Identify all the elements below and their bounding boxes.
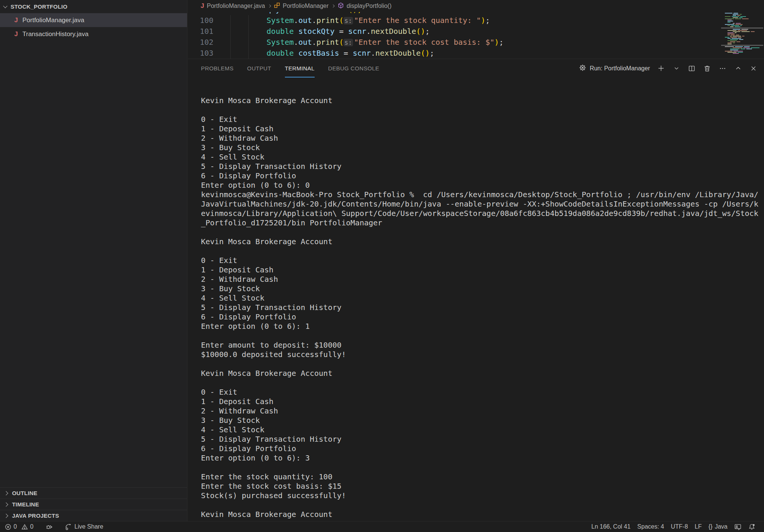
terminal-line: kevinmosca@Kevins-MacBook-Pro Stock_Port…: [201, 190, 764, 199]
section-label: JAVA PROJECTS: [12, 512, 59, 519]
brackets-icon: {}: [709, 523, 713, 530]
bell-icon: [748, 523, 755, 530]
tab-problems[interactable]: PROBLEMS: [201, 59, 234, 78]
terminal-line: [201, 246, 764, 256]
maximize-panel-button[interactable]: [734, 64, 743, 73]
feedback-button[interactable]: [731, 521, 745, 532]
code-view[interactable]: qty = scnr.nextInt();100 System.out.prin…: [188, 12, 764, 59]
line-number: 100: [188, 15, 213, 26]
terminal-line: [201, 105, 764, 115]
terminal-line: Enter option (0 to 6): 0: [201, 181, 764, 190]
breadcrumb-file[interactable]: J PortfolioManager.java: [201, 2, 265, 10]
terminal-line: Kevin Mosca Brokerage Account: [201, 237, 764, 246]
problems-status[interactable]: 0 0: [2, 521, 37, 532]
terminal-line: 6 - Display Portfolio: [201, 312, 764, 322]
split-terminal-button[interactable]: [687, 64, 696, 73]
bottom-panel: PROBLEMSOUTPUTTERMINALDEBUG CONSOLE Run:…: [188, 59, 764, 521]
live-share-icon: [65, 523, 72, 530]
line-number: 103: [188, 48, 213, 59]
terminal-line: [201, 500, 764, 510]
tab-terminal[interactable]: TERMINAL: [285, 59, 315, 78]
code-text: qty = scnr.nextInt();: [213, 12, 362, 15]
chevron-down-icon: [3, 4, 7, 8]
terminal-line: 6 - Display Portfolio: [201, 171, 764, 181]
chevron-right-icon: [268, 5, 271, 8]
java-debug-status[interactable]: [42, 521, 56, 532]
code-line: 102 System.out.print(s:"Enter the stock …: [188, 37, 764, 48]
terminal-line: Kevin Mosca Brokerage Account: [201, 510, 764, 519]
bug-run-icon: [46, 523, 53, 530]
terminal-line: 5 - Display Transaction History: [201, 162, 764, 171]
file-name: PortfolioManager.java: [22, 17, 84, 24]
breadcrumb-class[interactable]: PortfolioManager: [274, 2, 329, 10]
file-list: JPortfolioManager.javaJTransactionHistor…: [0, 13, 187, 41]
terminal-line: Enter the stock cost basis: $15: [201, 482, 764, 491]
terminal-line: 0 - Exit: [201, 388, 764, 397]
file-item[interactable]: JPortfolioManager.java: [0, 13, 187, 27]
debug-icon: [579, 64, 586, 73]
notifications-button[interactable]: [745, 521, 759, 532]
sidebar-section-timeline[interactable]: TIMELINE: [0, 499, 187, 510]
encoding-status[interactable]: UTF-8: [668, 521, 691, 532]
folder-title: STOCK_PORTFOLIO: [11, 3, 67, 10]
terminal-line: JavaVirtualMachines/jdk-20.jdk/Contents/…: [201, 199, 764, 209]
terminal-line: 5 - Display Transaction History: [201, 303, 764, 312]
sidebar-bottom-sections: OUTLINETIMELINEJAVA PROJECTS: [0, 487, 187, 521]
terminal-line: 0 - Exit: [201, 115, 764, 124]
terminal-line: $10000.0 deposited successfully!: [201, 350, 764, 359]
terminal-line: 3 - Buy Stock: [201, 284, 764, 293]
code-text: System.out.print(s:"Enter the stock cost…: [213, 37, 504, 48]
terminal-line: Stock(s) purchased successfully!: [201, 491, 764, 500]
language-mode[interactable]: {} Java: [705, 521, 731, 532]
terminal-line: 2 - Withdraw Cash: [201, 406, 764, 416]
file-item[interactable]: JTransactionHistory.java: [0, 27, 187, 41]
terminal-line: Enter the stock quantity: 100: [201, 472, 764, 482]
status-bar: 0 0 Live Share: [0, 521, 764, 532]
feedback-icon: [734, 523, 741, 530]
indent-guide: [230, 15, 231, 59]
code-line: 100 System.out.print(s:"Enter the stock …: [188, 15, 764, 26]
file-name: TransactionHistory.java: [22, 30, 88, 38]
sidebar-section-outline[interactable]: OUTLINE: [0, 487, 187, 499]
section-label: OUTLINE: [12, 490, 37, 496]
terminal-line: 4 - Sell Stock: [201, 425, 764, 435]
terminal-line: 1 - Deposit Cash: [201, 397, 764, 406]
more-actions-button[interactable]: [718, 64, 727, 73]
java-file-icon: J: [14, 17, 18, 24]
tab-debug-console[interactable]: DEBUG CONSOLE: [328, 59, 379, 78]
terminal-line: 1 - Deposit Cash: [201, 124, 764, 134]
terminal-output[interactable]: Kevin Mosca Brokerage Account0 - Exit1 -…: [188, 78, 764, 519]
code-text: double costBasis = scnr.nextDouble();: [213, 48, 434, 59]
terminal-line: evinmosca/Library/Application\ Support/C…: [201, 209, 764, 218]
terminal-line: 4 - Sell Stock: [201, 293, 764, 303]
terminal-line: 3 - Buy Stock: [201, 143, 764, 152]
code-text: System.out.print(s:"Enter the stock quan…: [213, 15, 490, 26]
cursor-position[interactable]: Ln 166, Col 41: [588, 521, 634, 532]
line-number: [188, 12, 213, 15]
terminal-line: Enter option (0 to 6): 1: [201, 322, 764, 331]
terminal-line: Enter amount to deposit: $10000: [201, 340, 764, 350]
terminal-process-selector[interactable]: Run: PortfolioManager: [579, 64, 650, 73]
terminal-line: 3 - Buy Stock: [201, 416, 764, 425]
line-number: 101: [188, 26, 213, 37]
terminal-line: 6 - Display Portfolio: [201, 444, 764, 453]
panel-tabs: PROBLEMSOUTPUTTERMINALDEBUG CONSOLE: [201, 59, 379, 78]
minimap[interactable]: [721, 13, 763, 55]
tab-output[interactable]: OUTPUT: [247, 59, 271, 78]
close-panel-button[interactable]: [749, 64, 758, 73]
java-file-icon: J: [201, 2, 204, 10]
live-share-status[interactable]: Live Share: [62, 521, 107, 532]
explorer-folder-header[interactable]: STOCK_PORTFOLIO: [0, 0, 187, 13]
new-terminal-button[interactable]: [656, 64, 665, 73]
editor-area: J PortfolioManager.java PortfolioManager…: [188, 0, 764, 59]
sidebar-section-java-projects[interactable]: JAVA PROJECTS: [0, 510, 187, 521]
section-label: TIMELINE: [12, 501, 39, 508]
java-file-icon: J: [14, 30, 18, 38]
terminal-dropdown-button[interactable]: [672, 64, 681, 73]
terminal-line: 2 - Withdraw Cash: [201, 275, 764, 284]
kill-terminal-button[interactable]: [703, 64, 712, 73]
indentation-status[interactable]: Spaces: 4: [634, 521, 667, 532]
terminal-line: [201, 378, 764, 388]
eol-status[interactable]: LF: [691, 521, 705, 532]
breadcrumb-method[interactable]: displayPortfolio(): [338, 2, 391, 10]
